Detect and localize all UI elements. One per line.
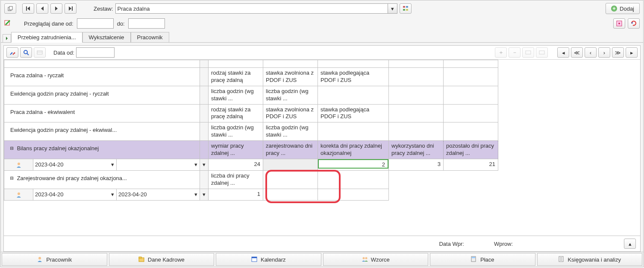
nav-next-button[interactable] <box>50 3 62 14</box>
r2-c2: liczba godzin (wg stawki ... <box>263 86 318 104</box>
svg-point-29 <box>18 192 20 195</box>
grid-nav-fastfwd[interactable]: ≫ <box>612 47 624 58</box>
grid-sheet2-button[interactable] <box>536 47 548 58</box>
svg-marker-3 <box>27 6 30 11</box>
tab-pracownik[interactable]: Pracownik <box>131 32 169 43</box>
row-expand-handle[interactable]: ▾ <box>200 159 209 170</box>
r5-c4: wykorzystano dni pracy zdalnej ... <box>389 141 444 159</box>
row-bilans-label[interactable]: ⊟ Bilans pracy zdalnej okazjonalnej <box>4 141 200 159</box>
svg-point-22 <box>24 50 27 54</box>
to-date-input[interactable] <box>128 18 165 29</box>
refresh-button[interactable] <box>628 18 640 29</box>
collapse-icon[interactable]: ⊟ <box>10 145 17 151</box>
duplicate-button[interactable] <box>4 3 16 14</box>
date-dropdown-icon[interactable]: ▾ <box>192 191 200 198</box>
zestaw-config-button[interactable] <box>400 3 412 14</box>
data-od-label: Data od: <box>53 50 74 56</box>
svg-rect-34 <box>252 257 257 258</box>
r5-date1-input[interactable] <box>33 160 109 170</box>
r5-v4[interactable]: 3 <box>389 159 444 170</box>
r6-c1: liczba dni pracy zdalnej ... <box>209 170 263 189</box>
nav-last-button[interactable] <box>65 3 76 14</box>
svg-rect-11 <box>406 9 408 11</box>
svg-rect-32 <box>139 257 141 258</box>
btab-wzorce[interactable]: Wzorce <box>323 253 429 266</box>
r3-c2: stawka zwolniona z PDOF i ZUS <box>263 104 318 122</box>
r5-v3-active-cell[interactable]: 2 <box>318 159 388 169</box>
grid-sheet1-button[interactable] <box>522 47 534 58</box>
btab-ksiegowania[interactable]: Księgowania i analizy <box>537 253 643 266</box>
r5-v5[interactable]: 21 <box>444 159 498 170</box>
date-dropdown-icon[interactable]: ▾ <box>109 161 116 168</box>
r6-date1-input[interactable] <box>33 189 109 200</box>
r1-c2: stawka zwolniona z PDOF i ZUS <box>263 68 318 86</box>
grid-extra-button[interactable] <box>34 47 46 58</box>
plus-icon: + <box>611 6 617 12</box>
collapse-icon[interactable]: ⊟ <box>10 175 17 181</box>
from-date-input[interactable] <box>77 18 114 29</box>
data-od-input[interactable] <box>76 47 115 58</box>
svg-point-28 <box>18 163 20 165</box>
svg-point-36 <box>365 257 367 259</box>
zestaw-dropdown-button[interactable]: ▾ <box>388 3 397 14</box>
search-button[interactable] <box>20 47 32 58</box>
grid-nav-fastback[interactable]: ≪ <box>571 47 583 58</box>
person-icon <box>16 192 22 198</box>
dodaj-button[interactable]: + Dodaj <box>606 3 640 14</box>
date-dropdown-icon[interactable]: ▾ <box>109 191 116 198</box>
svg-rect-10 <box>403 9 405 11</box>
r3-c1: rodzaj stawki za pracę zdalną <box>209 104 263 122</box>
r6-v1[interactable]: 1 <box>209 189 263 200</box>
svg-marker-17 <box>6 37 8 40</box>
svg-point-30 <box>38 257 41 259</box>
btab-pracownik[interactable]: Pracownik <box>2 253 107 266</box>
btab-place[interactable]: Płace <box>430 253 535 266</box>
r3-c3: stawka podlegająca PDOF i ZUS <box>318 104 389 122</box>
r5-v2[interactable] <box>263 159 318 170</box>
nav-prev-button[interactable] <box>36 3 48 14</box>
settings-button[interactable] <box>6 47 18 58</box>
nav-first-button[interactable] <box>22 3 34 14</box>
row-ewid-ekwiw-label[interactable]: Ewidencja godzin pracy zdalnej - ekwiwal… <box>4 122 200 141</box>
r2-c1: liczba godzin (wg stawki ... <box>209 86 263 104</box>
r1-c1: rodzaj stawki za pracę zdalną <box>209 68 263 86</box>
grid-nav-first[interactable]: ◂ <box>557 47 569 58</box>
btab-kalendarz[interactable]: Kalendarz <box>216 253 321 266</box>
person-icon <box>16 162 22 168</box>
row-expand-handle[interactable]: ▾ <box>200 189 209 200</box>
tab-wyksztalcenie[interactable]: Wykształcenie <box>82 32 131 43</box>
tab-przebieg[interactable]: Przebieg zatrudnienia... <box>11 32 82 43</box>
grid-minus-button[interactable]: － <box>509 47 520 58</box>
row-ewid-ryczalt-label[interactable]: Ewidencja godzin pracy zdalnej - ryczałt <box>4 86 200 104</box>
r5-date2-input[interactable] <box>117 160 192 170</box>
btab-dane-kadrowe[interactable]: Dane Kadrowe <box>109 253 215 266</box>
r5-c2: zarejestrowano dni pracy ... <box>263 141 318 159</box>
r4-c1: liczba godzin (wg stawki ... <box>209 122 263 141</box>
report-icon <box>559 256 565 263</box>
row-ryczalt-label[interactable]: Praca zdalna - ryczałt <box>4 68 200 86</box>
svg-line-23 <box>27 53 29 55</box>
row-ekwiwalent-label[interactable]: Praca zdalna - ekwiwalent <box>4 104 200 122</box>
tool-a-button[interactable] <box>613 18 625 29</box>
edit-icon <box>4 20 11 27</box>
r6-date2-input[interactable] <box>117 189 192 200</box>
r4-c2: liczba godzin (wg stawki ... <box>263 122 318 141</box>
grid-nav-back[interactable]: ‹ <box>585 47 597 58</box>
svg-point-20 <box>12 52 13 54</box>
scroll-up-button[interactable]: ▴ <box>624 239 636 249</box>
svg-rect-1 <box>9 6 12 10</box>
grid-nav-last[interactable]: ▸ <box>626 47 638 58</box>
tabs-scroll-button[interactable] <box>3 34 11 43</box>
grid-nav-fwd[interactable]: › <box>598 47 610 58</box>
r1-c3: stawka podlegająca PDOF i ZUS <box>318 68 389 86</box>
r5-v1[interactable]: 24 <box>209 159 263 170</box>
person-icon <box>37 256 44 263</box>
row-zarejestrowane-label[interactable]: ⊟ Zarejestrowane dni pracy zdalnej okazj… <box>4 170 200 189</box>
date-dropdown-icon[interactable]: ▾ <box>192 161 200 168</box>
svg-rect-9 <box>406 6 408 8</box>
zestaw-label: Zestaw: <box>94 6 113 12</box>
svg-marker-5 <box>55 6 58 11</box>
grid-plus-button[interactable]: ＋ <box>495 47 507 58</box>
data-wpr-label: Data Wpr: <box>439 241 464 247</box>
zestaw-combo[interactable] <box>115 3 388 14</box>
